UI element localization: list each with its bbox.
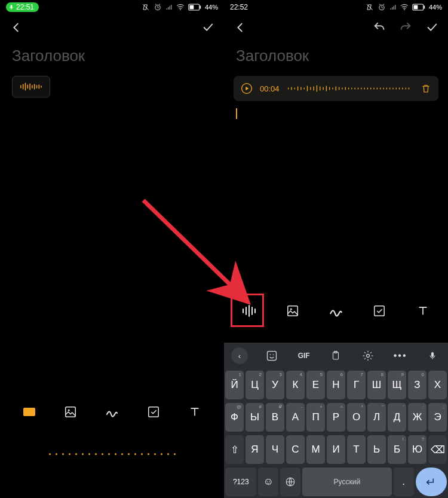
key-Ж[interactable]: Ж: xyxy=(408,403,426,432)
key-Ф[interactable]: Ф@ xyxy=(225,403,244,432)
undo-icon[interactable] xyxy=(373,21,386,34)
svg-rect-75 xyxy=(267,352,276,360)
audio-tool-button[interactable] xyxy=(22,405,36,419)
key-П[interactable]: П+ xyxy=(306,403,325,432)
svg-point-23 xyxy=(404,9,405,10)
scribble-icon xyxy=(328,303,343,319)
period-key[interactable]: . xyxy=(394,468,414,496)
text-icon xyxy=(417,305,429,317)
key-Щ[interactable]: Щ9 xyxy=(388,371,406,399)
alarm-icon xyxy=(378,3,386,11)
confirm-icon[interactable] xyxy=(425,21,438,34)
key-К[interactable]: К4 xyxy=(286,371,305,399)
key-Б[interactable]: Б! xyxy=(388,435,406,464)
key-Е[interactable]: Е5 xyxy=(306,371,325,399)
key-Д[interactable]: Д' xyxy=(388,403,406,432)
sticker-button[interactable] xyxy=(260,343,284,369)
editor-toolbar xyxy=(224,295,448,327)
key-О[interactable]: О* xyxy=(347,403,366,432)
key-Й[interactable]: Й1 xyxy=(225,371,244,399)
gear-icon xyxy=(362,350,374,362)
key-А[interactable]: А- xyxy=(286,403,305,432)
space-key[interactable]: Русский xyxy=(302,468,392,496)
back-icon[interactable] xyxy=(234,21,247,34)
key-Г[interactable]: Г7 xyxy=(347,371,366,399)
text-tool-button[interactable] xyxy=(188,405,202,419)
key-У[interactable]: У3 xyxy=(266,371,284,399)
audio-player[interactable]: 00:04 xyxy=(234,76,438,101)
delete-icon[interactable] xyxy=(421,83,431,94)
checklist-tool-button[interactable] xyxy=(372,303,387,319)
battery-percent: 44% xyxy=(429,4,442,11)
mic-icon xyxy=(8,4,14,10)
svg-rect-18 xyxy=(66,407,76,417)
keyboard: ‹ GIF ••• Й1Ц2У3К4Е5Н6Г7Ш8Щ9З0Х Ф@Ы#В₽А-… xyxy=(224,343,448,498)
keyboard-row-1: Й1Ц2У3К4Е5Н6Г7Ш8Щ9З0Х xyxy=(224,369,448,401)
image-icon xyxy=(64,405,77,418)
clipboard-button[interactable] xyxy=(324,343,348,369)
key-З[interactable]: З0 xyxy=(408,371,426,399)
more-button[interactable]: ••• xyxy=(388,343,412,369)
key-Ы[interactable]: Ы# xyxy=(246,403,264,432)
key-В[interactable]: В₽ xyxy=(266,403,284,432)
title-input[interactable]: Заголовок xyxy=(224,41,448,76)
svg-point-19 xyxy=(68,410,70,411)
draw-tool-button[interactable] xyxy=(328,303,343,319)
status-bar: 22:51 44% xyxy=(0,0,224,14)
key-Ь[interactable]: Ь xyxy=(367,435,386,464)
key-И[interactable]: И xyxy=(327,435,345,464)
svg-point-4 xyxy=(180,9,181,10)
audio-tool-button[interactable] xyxy=(241,303,257,319)
key-С[interactable]: С xyxy=(286,435,305,464)
emoji-key[interactable]: ☺ xyxy=(258,468,278,496)
key-Ч[interactable]: Ч xyxy=(266,435,284,464)
svg-point-80 xyxy=(367,355,370,358)
battery-icon xyxy=(412,4,425,11)
key-Р[interactable]: Р= xyxy=(327,403,345,432)
recording-pill[interactable]: 22:51 xyxy=(6,2,39,12)
checklist-tool-button[interactable] xyxy=(146,405,161,419)
text-cursor xyxy=(236,108,237,119)
key-Н[interactable]: Н6 xyxy=(327,371,345,399)
keyboard-suggestions: ‹ GIF ••• xyxy=(224,343,448,369)
checkbox-icon xyxy=(147,405,160,418)
audio-chip[interactable] xyxy=(12,76,50,97)
back-icon[interactable] xyxy=(10,21,23,34)
mic-icon xyxy=(428,350,437,362)
play-icon[interactable] xyxy=(241,83,253,94)
text-tool-button[interactable] xyxy=(415,303,431,319)
voice-button[interactable] xyxy=(421,343,444,369)
title-input[interactable]: Заголовок xyxy=(0,41,224,76)
svg-point-76 xyxy=(269,355,271,356)
checkbox-icon xyxy=(373,304,386,317)
key-⇧[interactable]: ⇧ xyxy=(225,435,244,464)
key-Л[interactable]: Л" xyxy=(367,403,386,432)
waveform-icon xyxy=(241,304,257,317)
redo-icon[interactable] xyxy=(399,21,412,34)
key-Э[interactable]: Э; xyxy=(428,403,447,432)
image-tool-button[interactable] xyxy=(63,405,78,419)
gif-button[interactable]: GIF xyxy=(292,343,316,369)
key-Ю[interactable]: Ю? xyxy=(408,435,426,464)
key-⌫[interactable]: ⌫ xyxy=(428,435,447,464)
draw-tool-button[interactable] xyxy=(105,405,119,419)
svg-rect-26 xyxy=(424,5,425,8)
audio-duration: 00:04 xyxy=(260,84,280,93)
keyboard-chevron-button[interactable]: ‹ xyxy=(228,343,251,369)
key-Ш[interactable]: Ш8 xyxy=(367,371,386,399)
symbols-key[interactable]: ?123 xyxy=(225,468,256,496)
key-Ц[interactable]: Ц2 xyxy=(246,371,264,399)
confirm-icon[interactable] xyxy=(201,21,214,34)
key-Х[interactable]: Х xyxy=(428,371,447,399)
recording-dots xyxy=(49,453,176,455)
key-Т[interactable]: Т xyxy=(347,435,366,464)
image-tool-button[interactable] xyxy=(285,303,300,319)
key-М[interactable]: М xyxy=(306,435,325,464)
enter-key[interactable]: ↵ xyxy=(416,468,447,496)
keyboard-row-4: ?123 ☺ Русский . ↵ xyxy=(224,466,448,498)
globe-icon xyxy=(285,476,296,487)
battery-icon xyxy=(188,4,201,11)
settings-button[interactable] xyxy=(356,343,380,369)
language-key[interactable] xyxy=(280,468,300,496)
key-Я[interactable]: Я xyxy=(246,435,264,464)
